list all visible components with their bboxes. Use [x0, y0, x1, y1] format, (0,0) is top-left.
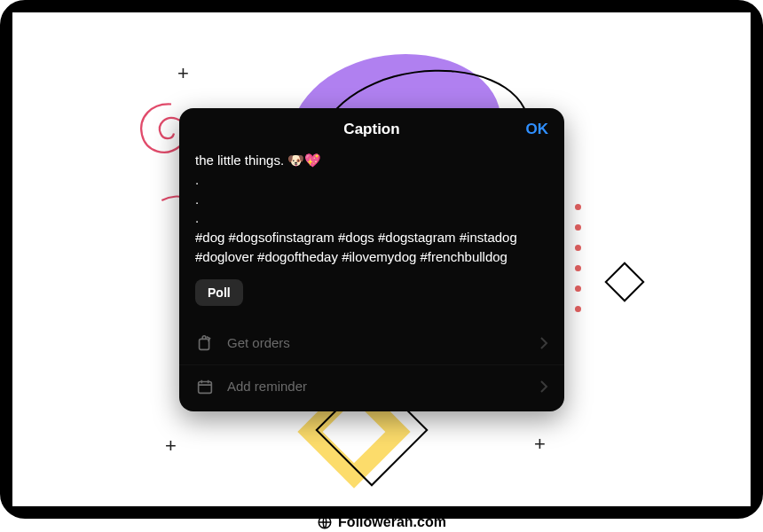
caption-textarea[interactable]: the little things. 🐶💖 . . . #dog #dogsof…: [179, 147, 564, 267]
decoration-diamond-small: [604, 262, 644, 301]
brand-footer: Followeran.com: [0, 514, 763, 530]
chevron-right-icon: [539, 379, 548, 394]
globe-icon: [317, 514, 333, 530]
calendar-icon: [195, 377, 215, 396]
plus-icon: +: [165, 436, 177, 456]
plus-icon: +: [534, 434, 546, 454]
chevron-right-icon: [539, 336, 548, 350]
caption-modal: Caption OK the little things. 🐶💖 . . . #…: [179, 108, 564, 411]
modal-title: Caption: [343, 121, 399, 138]
decoration-dots: [575, 204, 581, 312]
caption-text-content: the little things. 🐶💖 . . . #dog #dogsof…: [195, 153, 521, 264]
add-reminder-label: Add reminder: [227, 379, 539, 394]
svg-rect-0: [199, 381, 212, 393]
get-orders-row[interactable]: Get orders: [179, 322, 564, 364]
get-orders-label: Get orders: [227, 335, 539, 350]
add-reminder-row[interactable]: Add reminder: [179, 364, 564, 408]
brand-text: Followeran.com: [338, 514, 446, 530]
plus-icon: +: [177, 64, 189, 83]
orders-icon: [195, 333, 215, 353]
canvas: + + + Caption OK the little things. 🐶💖 .…: [12, 12, 751, 506]
poll-button[interactable]: Poll: [195, 279, 243, 306]
modal-header: Caption OK: [179, 108, 564, 147]
ok-button[interactable]: OK: [526, 121, 549, 138]
